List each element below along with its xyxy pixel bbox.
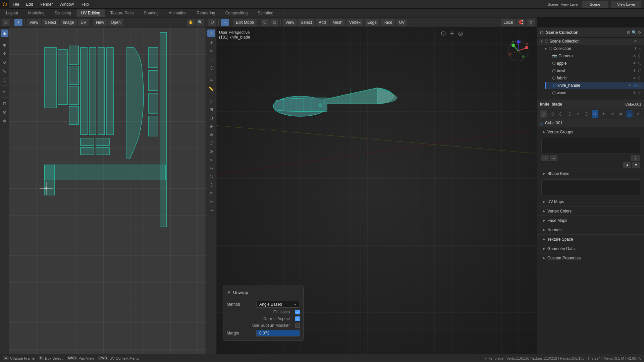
menu-help[interactable]: Help xyxy=(77,0,92,9)
fabric-render-icon[interactable]: ⬡ xyxy=(638,76,641,80)
menu-render[interactable]: Render xyxy=(36,0,56,9)
3d-cursor-tool[interactable]: ✛ xyxy=(207,29,215,37)
scene-props-icon2[interactable]: ⬡ xyxy=(566,110,573,118)
snap-btn[interactable]: 🧲 xyxy=(517,19,525,26)
face-maps-section[interactable]: ▶ Face Maps xyxy=(537,216,644,225)
col-eye-icon[interactable]: 👁 xyxy=(634,46,638,51)
tab-uv-editing[interactable]: UV Editing xyxy=(76,9,105,17)
vgroup-remove-btn[interactable]: − xyxy=(550,155,557,161)
shear-tool[interactable]: ⬡ xyxy=(207,181,215,189)
rip-tool[interactable]: ⊓ xyxy=(207,190,215,197)
menu-edit[interactable]: Edit xyxy=(22,0,36,9)
select-btn[interactable]: Select xyxy=(298,19,315,26)
uv-zoom-icon[interactable]: 🔍 xyxy=(196,19,204,26)
edge-slide-tool[interactable]: ⇔ xyxy=(207,165,215,172)
tab-sculpting[interactable]: Sculpting xyxy=(50,9,76,17)
loop-cut-tool[interactable]: ⊕ xyxy=(207,131,215,138)
kh-mat-icon[interactable]: ⬡ xyxy=(633,83,637,88)
add-btn[interactable]: Add xyxy=(316,19,328,26)
view-btn[interactable]: View xyxy=(283,19,297,26)
spin-tool[interactable]: ⊙ xyxy=(207,148,215,155)
tree-scene-collection[interactable]: ▼ ⬡ Scene Collection 👁 ○ xyxy=(537,38,644,45)
bisect-tool[interactable]: ⊸ xyxy=(207,206,215,214)
kh-eye-icon[interactable]: 👁 xyxy=(628,83,632,88)
edge-btn[interactable]: Edge xyxy=(365,19,379,26)
margin-field[interactable]: 0.073 xyxy=(256,330,300,337)
poly-build-tool[interactable]: ⬡ xyxy=(207,139,215,147)
transform-icon[interactable]: ⬡ xyxy=(1,76,8,83)
wood-eye-icon[interactable]: 👁 xyxy=(633,90,637,95)
tab-rendering[interactable]: Rendering xyxy=(192,9,220,17)
cam-eye-icon[interactable]: 👁 xyxy=(633,54,637,58)
uv-view-btn[interactable]: View xyxy=(27,19,41,26)
menu-file[interactable]: File xyxy=(9,0,22,9)
smooth-tool[interactable]: ≈ xyxy=(207,156,215,164)
pivot-btn[interactable]: Local xyxy=(501,19,516,26)
world-icon[interactable]: ○ xyxy=(575,110,581,118)
uv-maps-section[interactable]: ▶ UV Maps xyxy=(537,197,644,206)
extrude-tool[interactable]: ⊞ xyxy=(207,106,215,113)
tab-layout[interactable]: Layout xyxy=(1,9,23,17)
cursor-icon[interactable]: ⊕ xyxy=(1,41,8,49)
tab-modeling[interactable]: Modeling xyxy=(23,9,49,17)
inset-tool[interactable]: ⊟ xyxy=(207,114,215,122)
vgroup-more-btn[interactable]: ⋮ xyxy=(631,155,640,161)
object-props-icon[interactable]: ✛ xyxy=(450,30,454,37)
rip-icon[interactable]: ⊓ xyxy=(1,100,8,107)
view-layer-icon[interactable]: ⬡ xyxy=(557,110,564,118)
scene-props-icon[interactable]: ⬡ xyxy=(441,30,446,37)
3d-view-icon[interactable]: ⬡ xyxy=(208,19,216,26)
nav-gizmo[interactable]: X Y Z xyxy=(506,39,530,63)
select-tool-icon[interactable]: ◈ xyxy=(1,29,8,37)
tree-bowl[interactable]: ▶ ⬡ bowl 👁 ⬡ xyxy=(545,67,644,74)
uv-btn-3d[interactable]: UV xyxy=(396,19,408,26)
shrink-tool[interactable]: ⬡ xyxy=(207,173,215,180)
annotate-tool-3d[interactable]: ✏ xyxy=(207,77,215,84)
vertex-btn[interactable]: Vertex xyxy=(346,19,363,26)
edit-mode-btn[interactable]: Edit Mode xyxy=(233,19,257,26)
scale-icon[interactable]: ⤡ xyxy=(1,67,8,75)
normals-section[interactable]: ▶ Normals xyxy=(537,225,644,234)
transform-tool-3d[interactable]: ⬡ xyxy=(207,64,215,72)
viewlayer-dropdown[interactable]: View Layer xyxy=(611,1,641,8)
tab-texture-paint[interactable]: Texture Paint xyxy=(106,9,139,17)
particles-icon[interactable]: ✦ xyxy=(600,110,607,118)
texture-space-section[interactable]: ▶ Texture Space xyxy=(537,234,644,244)
vertex-colors-section[interactable]: ▶ Vertex Colors xyxy=(537,206,644,216)
custom-props-section[interactable]: ▶ Custom Properties xyxy=(537,253,644,262)
kh-render-icon[interactable]: ⬡ xyxy=(638,83,641,88)
tree-wood[interactable]: ▶ ⬡ wood 👁 ⬡ xyxy=(545,89,644,97)
proportional-btn[interactable]: ⊙ xyxy=(527,19,535,26)
render-icon[interactable]: ◎ xyxy=(458,30,463,37)
eye-icon[interactable]: 👁 xyxy=(634,39,638,44)
bowl-eye-icon[interactable]: 👁 xyxy=(633,68,637,73)
tree-camera[interactable]: ▶ 📷 Camera 👁 ⬡ xyxy=(545,52,644,60)
bowl-render-icon[interactable]: ⬡ xyxy=(638,68,641,73)
output-props-icon[interactable]: ⬡ xyxy=(549,110,555,118)
move-tool-3d[interactable]: ✛ xyxy=(207,39,215,47)
fill-holes-checkbox[interactable]: ✓ xyxy=(295,310,300,314)
tab-shading[interactable]: Shading xyxy=(139,9,163,17)
data-icon[interactable]: △ xyxy=(626,110,633,118)
object-icon2[interactable]: ⬡ xyxy=(583,110,590,118)
uv-viewport[interactable] xyxy=(9,27,206,354)
tree-fabric[interactable]: ▶ ⬡ fabric 👁 ⬡ xyxy=(545,74,644,82)
knife-tool[interactable]: ✂ xyxy=(207,198,215,205)
tab-animation[interactable]: Animation xyxy=(164,9,191,17)
correct-aspect-checkbox[interactable]: ✓ xyxy=(295,316,300,321)
uv-select-btn[interactable]: Select xyxy=(42,19,59,26)
search-icon[interactable]: 🔍 xyxy=(632,30,637,35)
render-props-icon[interactable]: ◎ xyxy=(540,110,547,118)
move-icon[interactable]: ✛ xyxy=(1,50,8,57)
method-dropdown[interactable]: Angle Based ▼ xyxy=(256,301,300,308)
relax-icon[interactable]: ⊙ xyxy=(1,108,8,116)
modifier-icon[interactable]: ⚙ xyxy=(592,110,598,118)
scale-tool-3d[interactable]: ⤡ xyxy=(207,56,215,63)
constraints-icon[interactable]: ⊗ xyxy=(618,110,624,118)
physics-icon[interactable]: ⊕ xyxy=(609,110,615,118)
annotate-icon[interactable]: ✏ xyxy=(1,88,8,95)
add-workspace-tab[interactable]: + xyxy=(279,10,287,16)
shape-keys-section[interactable]: ▶ Shape Keys xyxy=(537,169,644,178)
menu-window[interactable]: Window xyxy=(56,0,77,9)
rotate-icon[interactable]: ↺ xyxy=(1,59,8,66)
